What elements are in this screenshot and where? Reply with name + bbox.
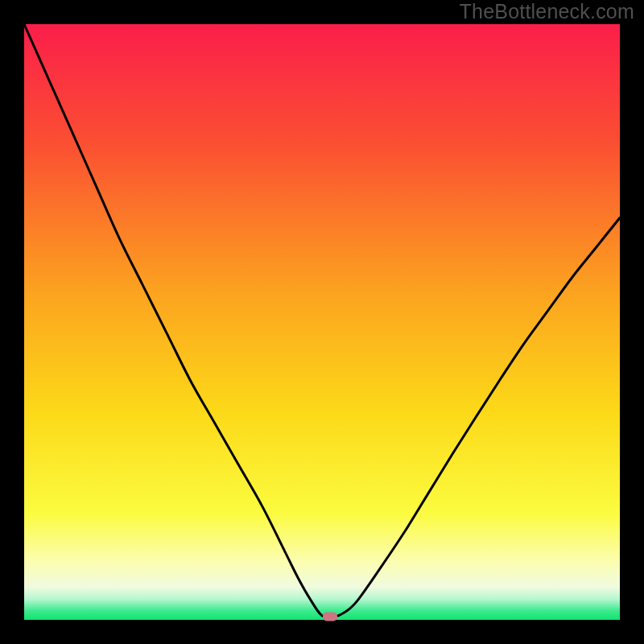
bottleneck-curve bbox=[24, 24, 620, 620]
chart-frame: TheBottleneck.com bbox=[0, 0, 644, 644]
optimal-point-marker bbox=[323, 612, 337, 621]
plot-area bbox=[24, 24, 620, 620]
watermark-text: TheBottleneck.com bbox=[460, 0, 634, 23]
